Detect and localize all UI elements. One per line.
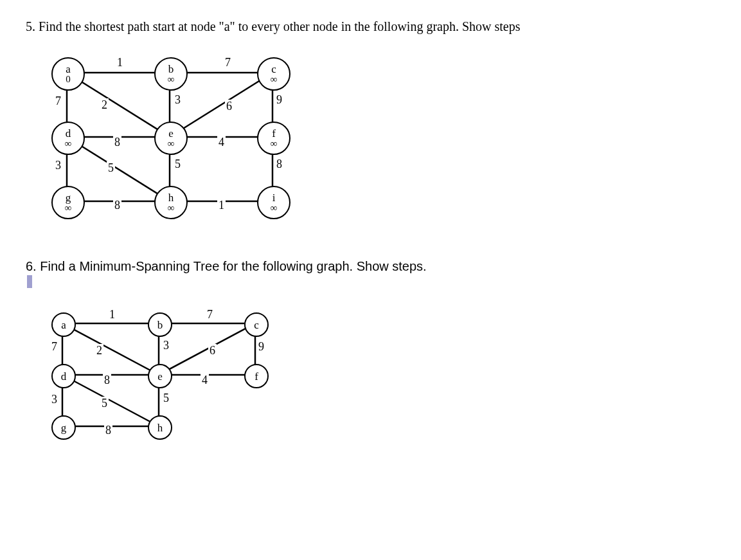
node-b-value: ∞ (168, 75, 175, 84)
svg-line-18 (62, 323, 159, 375)
node2-f: f (244, 364, 269, 388)
node2-e: e (148, 364, 172, 388)
question-6: 6. Find a Minimum-Spanning Tree for the … (26, 259, 715, 289)
node2-b: b (148, 312, 172, 337)
question-5-text: 5. Find the shortest path start at node … (26, 19, 521, 33)
node2-f-label: f (254, 371, 258, 382)
node2-d-label: d (61, 371, 67, 382)
node-i-value: ∞ (271, 203, 278, 213)
node-c: c ∞ (257, 57, 290, 91)
edge2-gh: 8 (104, 424, 112, 437)
edge-de: 8 (113, 136, 121, 149)
edge-cf: 9 (275, 93, 283, 107)
node2-g-label: g (61, 422, 67, 433)
node-a-value: 0 (66, 75, 71, 84)
edge-be: 3 (174, 93, 182, 107)
edge2-bc: 7 (206, 308, 214, 321)
node-e-label: e (168, 128, 174, 139)
node2-a-label: a (61, 320, 66, 330)
graph-q5: a 0 b ∞ c ∞ d ∞ e ∞ f ∞ g ∞ h ∞ i ∞ 1 7 … (39, 53, 308, 233)
node-g: g ∞ (51, 186, 85, 219)
node2-a: a (51, 312, 76, 337)
edge2-ab: 1 (108, 308, 116, 321)
node-i: i ∞ (257, 186, 290, 219)
node-b-label: b (168, 64, 174, 75)
node-c-label: c (271, 64, 276, 75)
node-i-label: i (272, 192, 276, 203)
text-cursor (27, 275, 32, 288)
edge-hi: 1 (217, 199, 226, 212)
edge-ab: 1 (116, 56, 124, 69)
graph-q6-edges (39, 308, 308, 456)
node2-h: h (148, 415, 172, 440)
node-h-value: ∞ (168, 203, 175, 213)
edge-fi: 8 (275, 158, 283, 171)
edge2-ae: 2 (95, 344, 103, 357)
edge-ce: 6 (225, 100, 233, 113)
question-6-text: 6. Find a Minimum-Spanning Tree for the … (26, 259, 427, 273)
edge2-ce: 6 (208, 344, 217, 357)
node2-g: g (51, 415, 76, 440)
node-f-value: ∞ (271, 139, 278, 149)
edge-bc: 7 (224, 56, 232, 69)
edge-eh: 5 (174, 158, 182, 171)
node-e-value: ∞ (168, 139, 175, 149)
edge2-dh: 5 (100, 397, 109, 410)
graph-q6: a b c d e f g h 1 7 7 2 3 6 9 8 4 3 5 5 … (39, 308, 308, 456)
edge-ad: 7 (54, 95, 62, 108)
node2-c: c (244, 312, 269, 337)
node2-b-label: b (157, 320, 163, 330)
edge-ef: 4 (217, 136, 226, 149)
node-d: d ∞ (51, 122, 85, 155)
svg-line-20 (159, 323, 255, 375)
node-d-label: d (66, 128, 71, 139)
node-g-label: g (66, 192, 71, 203)
node-b: b ∞ (154, 57, 188, 91)
node-f-label: f (272, 128, 276, 139)
edge2-dg: 3 (50, 393, 58, 406)
node-e: e ∞ (154, 122, 188, 155)
node-c-value: ∞ (271, 75, 278, 84)
node-h: h ∞ (154, 186, 188, 219)
question-5: 5. Find the shortest path start at node … (26, 19, 715, 34)
node2-d: d (51, 364, 76, 388)
edge2-be: 3 (162, 339, 170, 352)
edge-ae: 2 (100, 98, 109, 112)
node-h-label: h (168, 192, 174, 203)
node2-e-label: e (157, 371, 163, 382)
node-a-label: a (66, 64, 71, 75)
node-f: f ∞ (257, 122, 290, 155)
node-g-value: ∞ (65, 203, 72, 213)
node2-c-label: c (254, 320, 259, 330)
edge-gh: 8 (113, 199, 121, 212)
edge-dg: 3 (54, 159, 62, 172)
node2-h-label: h (157, 422, 163, 433)
edge2-ef: 4 (201, 374, 209, 387)
edge2-ad: 7 (50, 340, 58, 354)
node-d-value: ∞ (65, 139, 72, 149)
edge2-de: 8 (103, 374, 111, 387)
edge2-eh: 5 (162, 392, 170, 405)
edge2-cf: 9 (257, 340, 265, 354)
edge-dh: 5 (107, 161, 115, 175)
node-a: a 0 (51, 57, 85, 91)
